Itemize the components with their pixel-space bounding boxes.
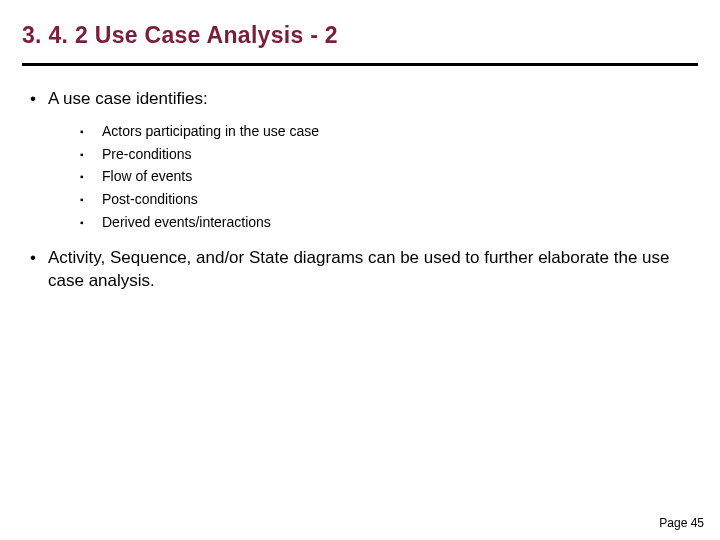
slide-content: • A use case identifies: ▪ Actors partic… xyxy=(22,88,698,293)
list-item-text: Derived events/interactions xyxy=(102,212,698,234)
list-item-text: Actors participating in the use case xyxy=(102,121,698,143)
list-item-text: A use case identifies: xyxy=(48,88,698,111)
bullet-square-icon: ▪ xyxy=(80,166,102,188)
list-item: • A use case identifies: xyxy=(22,88,698,111)
slide-title: 3. 4. 2 Use Case Analysis - 2 xyxy=(22,22,698,49)
slide: 3. 4. 2 Use Case Analysis - 2 • A use ca… xyxy=(0,0,720,540)
title-divider xyxy=(22,63,698,66)
bullet-square-icon: ▪ xyxy=(80,144,102,166)
list-item: • Activity, Sequence, and/or State diagr… xyxy=(22,247,698,293)
bullet-square-icon: ▪ xyxy=(80,121,102,143)
page-number: Page 45 xyxy=(659,516,704,530)
list-item: ▪ Derived events/interactions xyxy=(80,212,698,234)
bullet-square-icon: ▪ xyxy=(80,212,102,234)
list-item-text: Activity, Sequence, and/or State diagram… xyxy=(48,247,698,293)
bullet-square-icon: ▪ xyxy=(80,189,102,211)
list-item-text: Pre-conditions xyxy=(102,144,698,166)
sub-list: ▪ Actors participating in the use case ▪… xyxy=(22,121,698,233)
list-item: ▪ Post-conditions xyxy=(80,189,698,211)
bullet-dot-icon: • xyxy=(30,247,48,293)
list-item: ▪ Actors participating in the use case xyxy=(80,121,698,143)
list-item-text: Post-conditions xyxy=(102,189,698,211)
list-item-text: Flow of events xyxy=(102,166,698,188)
list-item: ▪ Pre-conditions xyxy=(80,144,698,166)
bullet-dot-icon: • xyxy=(30,88,48,111)
list-item: ▪ Flow of events xyxy=(80,166,698,188)
